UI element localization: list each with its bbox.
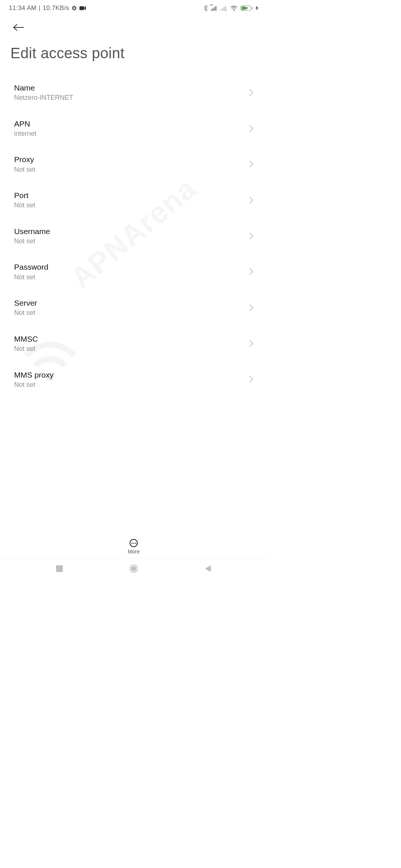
setting-value: Not set xyxy=(14,237,249,246)
svg-rect-0 xyxy=(79,6,84,10)
status-speed: 10.7KB/s xyxy=(43,4,69,12)
signal-disabled-icon xyxy=(221,6,227,11)
setting-label: Username xyxy=(14,226,249,236)
chevron-right-icon xyxy=(249,161,253,168)
svg-rect-5 xyxy=(221,9,222,11)
system-nav-bar xyxy=(0,559,267,579)
page-title: Edit access point xyxy=(10,45,257,62)
svg-point-9 xyxy=(234,10,235,11)
wifi-icon xyxy=(230,5,238,11)
home-button[interactable] xyxy=(128,563,139,574)
setting-value: Not set xyxy=(14,273,249,282)
setting-label: Password xyxy=(14,262,249,272)
more-button[interactable]: More xyxy=(128,539,140,555)
setting-value: Not set xyxy=(14,309,249,317)
signal-4g-icon: 4G xyxy=(211,6,218,11)
app-header: Edit access point xyxy=(0,15,267,62)
setting-mms-proxy[interactable]: MMS proxy Not set xyxy=(14,362,253,392)
setting-password[interactable]: Password Not set xyxy=(14,254,253,290)
status-left: 11:34 AM | 10.7KB/s xyxy=(9,4,86,12)
recents-button[interactable] xyxy=(54,563,65,574)
battery-icon: 38 xyxy=(241,6,252,11)
chevron-right-icon xyxy=(249,233,253,240)
setting-label: APN xyxy=(14,119,249,129)
setting-name[interactable]: Name Netzero-INTERNET xyxy=(14,75,253,111)
setting-port[interactable]: Port Not set xyxy=(14,183,253,218)
setting-server[interactable]: Server Not set xyxy=(14,290,253,326)
charging-icon xyxy=(255,6,258,11)
setting-value: Not set xyxy=(14,381,249,389)
setting-label: Port xyxy=(14,190,249,200)
svg-rect-12 xyxy=(56,565,63,572)
content-scroll[interactable]: APNArena Name Netzero-INTERNET APN inter… xyxy=(0,75,267,391)
more-icon xyxy=(130,539,138,547)
back-nav-button[interactable] xyxy=(202,563,213,574)
svg-point-14 xyxy=(131,566,136,571)
setting-label: Proxy xyxy=(14,154,249,164)
setting-value: internet xyxy=(14,129,249,138)
status-time: 11:34 AM xyxy=(9,4,36,12)
chevron-right-icon xyxy=(249,268,253,275)
svg-rect-1 xyxy=(211,9,212,11)
chevron-right-icon xyxy=(249,304,253,311)
back-button[interactable] xyxy=(10,19,27,36)
svg-rect-2 xyxy=(212,8,213,11)
chevron-right-icon xyxy=(249,340,253,347)
settings-list: Name Netzero-INTERNET APN internet Proxy… xyxy=(0,75,267,391)
chevron-right-icon xyxy=(249,376,253,383)
status-right: 4G 38 xyxy=(203,5,258,11)
status-separator: | xyxy=(39,4,40,12)
setting-apn[interactable]: APN internet xyxy=(14,111,253,147)
bluetooth-icon xyxy=(203,5,208,11)
setting-label: Name xyxy=(14,83,249,93)
chevron-right-icon xyxy=(249,89,253,96)
svg-rect-4 xyxy=(215,6,216,11)
setting-proxy[interactable]: Proxy Not set xyxy=(14,147,253,183)
setting-value: Not set xyxy=(14,165,249,174)
setting-value: Netzero-INTERNET xyxy=(14,93,249,102)
setting-username[interactable]: Username Not set xyxy=(14,218,253,254)
setting-label: MMS proxy xyxy=(14,370,249,380)
setting-label: Server xyxy=(14,298,249,308)
setting-label: MMSC xyxy=(14,334,249,344)
svg-rect-7 xyxy=(224,7,225,11)
svg-rect-6 xyxy=(222,8,223,11)
svg-rect-3 xyxy=(214,7,215,11)
chevron-right-icon xyxy=(249,125,253,132)
status-bar: 11:34 AM | 10.7KB/s 4G 38 xyxy=(0,0,267,15)
gear-icon xyxy=(71,5,77,11)
setting-mmsc[interactable]: MMSC Not set xyxy=(14,326,253,362)
chevron-right-icon xyxy=(249,197,253,204)
more-label: More xyxy=(128,549,140,555)
setting-value: Not set xyxy=(14,201,249,210)
camera-icon xyxy=(79,6,86,11)
setting-value: Not set xyxy=(14,345,249,353)
bottom-toolbar: More xyxy=(0,539,267,559)
